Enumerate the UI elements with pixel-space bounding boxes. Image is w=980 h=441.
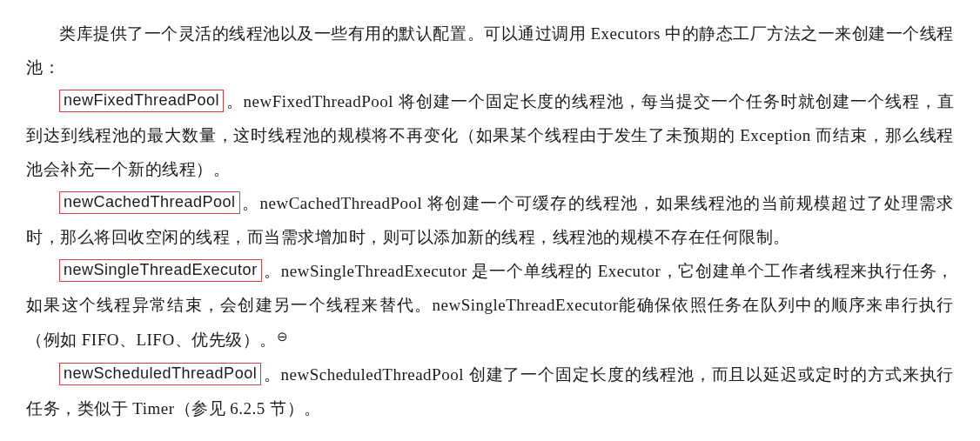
intro-text: 类库提供了一个灵活的线程池以及一些有用的默认配置。可以通过调用 Executor… (26, 24, 954, 77)
footnote-mark: ⊖ (277, 329, 289, 344)
item-paragraph: newScheduledThreadPool。newScheduledThrea… (26, 358, 954, 426)
item-paragraph: newFixedThreadPool。newFixedThreadPool 将创… (26, 85, 954, 187)
item-paragraph: newCachedThreadPool。newCachedThreadPool … (26, 187, 954, 255)
term-highlight: newScheduledThreadPool (59, 363, 261, 385)
intro-paragraph: 类库提供了一个灵活的线程池以及一些有用的默认配置。可以通过调用 Executor… (26, 17, 954, 85)
term-highlight: newSingleThreadExecutor (59, 259, 262, 282)
term-highlight: newFixedThreadPool (59, 90, 224, 112)
term-highlight: newCachedThreadPool (59, 191, 240, 214)
item-paragraph: newSingleThreadExecutor。newSingleThreadE… (26, 255, 954, 358)
